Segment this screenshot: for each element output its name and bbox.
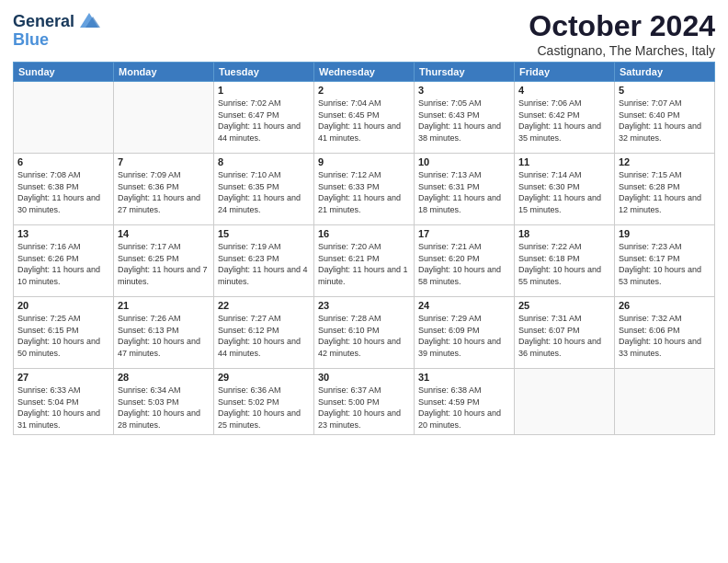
day-info: Sunrise: 7:17 AM Sunset: 6:25 PM Dayligh…	[118, 241, 210, 287]
day-header-sunday: Sunday	[14, 63, 114, 82]
day-info: Sunrise: 6:38 AM Sunset: 4:59 PM Dayligh…	[418, 385, 510, 431]
calendar-cell: 23Sunrise: 7:28 AM Sunset: 6:10 PM Dayli…	[314, 297, 415, 369]
calendar-cell: 4Sunrise: 7:06 AM Sunset: 6:42 PM Daylig…	[515, 82, 615, 154]
day-number: 19	[619, 228, 711, 239]
day-info: Sunrise: 7:20 AM Sunset: 6:21 PM Dayligh…	[318, 241, 410, 287]
calendar-header-row: SundayMondayTuesdayWednesdayThursdayFrid…	[14, 63, 715, 82]
calendar-cell	[114, 82, 214, 154]
day-info: Sunrise: 6:37 AM Sunset: 5:00 PM Dayligh…	[318, 385, 410, 431]
day-info: Sunrise: 7:21 AM Sunset: 6:20 PM Dayligh…	[418, 241, 510, 287]
day-header-friday: Friday	[515, 63, 615, 82]
day-number: 16	[318, 228, 410, 239]
day-info: Sunrise: 7:13 AM Sunset: 6:31 PM Dayligh…	[418, 169, 510, 215]
day-info: Sunrise: 7:32 AM Sunset: 6:06 PM Dayligh…	[619, 313, 711, 359]
day-number: 30	[318, 372, 410, 383]
day-info: Sunrise: 7:28 AM Sunset: 6:10 PM Dayligh…	[318, 313, 410, 359]
day-info: Sunrise: 7:12 AM Sunset: 6:33 PM Dayligh…	[318, 169, 410, 215]
calendar-week-3: 13Sunrise: 7:16 AM Sunset: 6:26 PM Dayli…	[14, 225, 715, 297]
day-number: 4	[518, 85, 610, 96]
day-number: 7	[118, 156, 210, 167]
header: General Blue October 2024 Castignano, Th…	[13, 9, 715, 58]
calendar-cell: 14Sunrise: 7:17 AM Sunset: 6:25 PM Dayli…	[114, 225, 214, 297]
day-info: Sunrise: 7:25 AM Sunset: 6:15 PM Dayligh…	[17, 313, 109, 359]
calendar-cell: 10Sunrise: 7:13 AM Sunset: 6:31 PM Dayli…	[415, 154, 515, 225]
day-number: 27	[17, 372, 109, 383]
day-number: 3	[418, 85, 510, 96]
day-number: 14	[118, 228, 210, 239]
calendar-cell: 24Sunrise: 7:29 AM Sunset: 6:09 PM Dayli…	[415, 297, 515, 369]
day-info: Sunrise: 7:19 AM Sunset: 6:23 PM Dayligh…	[218, 241, 310, 287]
calendar-cell: 15Sunrise: 7:19 AM Sunset: 6:23 PM Dayli…	[214, 225, 314, 297]
calendar-cell: 1Sunrise: 7:02 AM Sunset: 6:47 PM Daylig…	[214, 82, 314, 154]
day-info: Sunrise: 7:04 AM Sunset: 6:45 PM Dayligh…	[318, 98, 410, 144]
day-number: 24	[418, 300, 510, 311]
calendar-cell: 7Sunrise: 7:09 AM Sunset: 6:36 PM Daylig…	[114, 154, 214, 225]
calendar-cell: 26Sunrise: 7:32 AM Sunset: 6:06 PM Dayli…	[615, 297, 715, 369]
day-number: 23	[318, 300, 410, 311]
calendar-cell: 18Sunrise: 7:22 AM Sunset: 6:18 PM Dayli…	[515, 225, 615, 297]
day-info: Sunrise: 7:06 AM Sunset: 6:42 PM Dayligh…	[518, 98, 610, 144]
day-info: Sunrise: 7:27 AM Sunset: 6:12 PM Dayligh…	[218, 313, 310, 359]
day-number: 18	[518, 228, 610, 239]
day-header-thursday: Thursday	[415, 63, 515, 82]
day-info: Sunrise: 7:02 AM Sunset: 6:47 PM Dayligh…	[218, 98, 310, 144]
day-info: Sunrise: 7:31 AM Sunset: 6:07 PM Dayligh…	[518, 313, 610, 359]
day-info: Sunrise: 7:23 AM Sunset: 6:17 PM Dayligh…	[619, 241, 711, 287]
day-number: 2	[318, 85, 410, 96]
calendar-cell: 22Sunrise: 7:27 AM Sunset: 6:12 PM Dayli…	[214, 297, 314, 369]
day-info: Sunrise: 7:16 AM Sunset: 6:26 PM Dayligh…	[17, 241, 109, 287]
calendar-cell: 31Sunrise: 6:38 AM Sunset: 4:59 PM Dayli…	[415, 369, 515, 435]
calendar-cell: 2Sunrise: 7:04 AM Sunset: 6:45 PM Daylig…	[314, 82, 415, 154]
calendar-cell: 9Sunrise: 7:12 AM Sunset: 6:33 PM Daylig…	[314, 154, 415, 225]
calendar-cell: 28Sunrise: 6:34 AM Sunset: 5:03 PM Dayli…	[114, 369, 214, 435]
day-info: Sunrise: 7:14 AM Sunset: 6:30 PM Dayligh…	[518, 169, 610, 215]
day-number: 11	[518, 156, 610, 167]
calendar-week-2: 6Sunrise: 7:08 AM Sunset: 6:38 PM Daylig…	[14, 154, 715, 225]
day-number: 22	[218, 300, 310, 311]
day-number: 9	[318, 156, 410, 167]
day-info: Sunrise: 6:33 AM Sunset: 5:04 PM Dayligh…	[17, 385, 109, 431]
calendar-cell: 12Sunrise: 7:15 AM Sunset: 6:28 PM Dayli…	[615, 154, 715, 225]
day-info: Sunrise: 7:08 AM Sunset: 6:38 PM Dayligh…	[17, 169, 109, 215]
day-info: Sunrise: 7:05 AM Sunset: 6:43 PM Dayligh…	[418, 98, 510, 144]
calendar-cell: 6Sunrise: 7:08 AM Sunset: 6:38 PM Daylig…	[14, 154, 114, 225]
calendar-cell: 13Sunrise: 7:16 AM Sunset: 6:26 PM Dayli…	[14, 225, 114, 297]
day-number: 28	[118, 372, 210, 383]
calendar-cell: 8Sunrise: 7:10 AM Sunset: 6:35 PM Daylig…	[214, 154, 314, 225]
calendar-cell: 3Sunrise: 7:05 AM Sunset: 6:43 PM Daylig…	[415, 82, 515, 154]
day-header-wednesday: Wednesday	[314, 63, 415, 82]
calendar-week-5: 27Sunrise: 6:33 AM Sunset: 5:04 PM Dayli…	[14, 369, 715, 435]
day-number: 10	[418, 156, 510, 167]
day-number: 26	[619, 300, 711, 311]
calendar-cell: 29Sunrise: 6:36 AM Sunset: 5:02 PM Dayli…	[214, 369, 314, 435]
day-number: 1	[218, 85, 310, 96]
day-number: 13	[17, 228, 109, 239]
day-info: Sunrise: 7:09 AM Sunset: 6:36 PM Dayligh…	[118, 169, 210, 215]
day-header-tuesday: Tuesday	[214, 63, 314, 82]
day-number: 15	[218, 228, 310, 239]
month-title: October 2024	[529, 9, 715, 43]
calendar-cell: 17Sunrise: 7:21 AM Sunset: 6:20 PM Dayli…	[415, 225, 515, 297]
day-number: 20	[17, 300, 109, 311]
calendar-cell: 5Sunrise: 7:07 AM Sunset: 6:40 PM Daylig…	[615, 82, 715, 154]
calendar-cell: 25Sunrise: 7:31 AM Sunset: 6:07 PM Dayli…	[515, 297, 615, 369]
day-header-saturday: Saturday	[615, 63, 715, 82]
day-header-monday: Monday	[114, 63, 214, 82]
calendar-cell: 30Sunrise: 6:37 AM Sunset: 5:00 PM Dayli…	[314, 369, 415, 435]
day-info: Sunrise: 7:15 AM Sunset: 6:28 PM Dayligh…	[619, 169, 711, 215]
day-number: 5	[619, 85, 711, 96]
calendar-cell: 16Sunrise: 7:20 AM Sunset: 6:21 PM Dayli…	[314, 225, 415, 297]
day-number: 29	[218, 372, 310, 383]
calendar-table: SundayMondayTuesdayWednesdayThursdayFrid…	[13, 62, 715, 435]
logo-blue: Blue	[13, 30, 49, 49]
location-title: Castignano, The Marches, Italy	[529, 43, 715, 58]
calendar-cell: 27Sunrise: 6:33 AM Sunset: 5:04 PM Dayli…	[14, 369, 114, 435]
logo-text: General	[13, 13, 74, 31]
day-number: 17	[418, 228, 510, 239]
day-info: Sunrise: 7:22 AM Sunset: 6:18 PM Dayligh…	[518, 241, 610, 287]
logo-icon	[76, 11, 102, 29]
page-container: General Blue October 2024 Castignano, Th…	[0, 0, 728, 441]
day-info: Sunrise: 6:34 AM Sunset: 5:03 PM Dayligh…	[118, 385, 210, 431]
logo: General Blue	[13, 13, 102, 50]
calendar-week-4: 20Sunrise: 7:25 AM Sunset: 6:15 PM Dayli…	[14, 297, 715, 369]
